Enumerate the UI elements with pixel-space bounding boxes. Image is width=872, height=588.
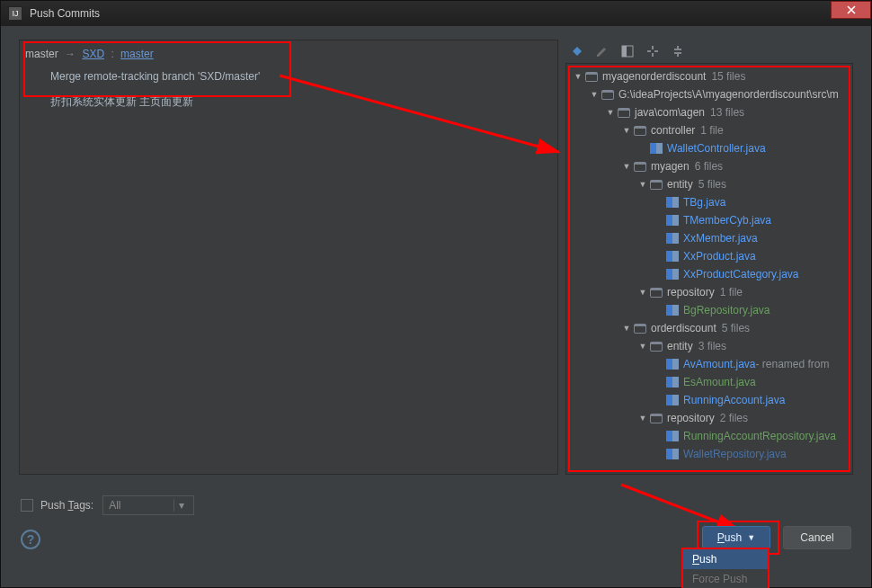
push-tags-checkbox[interactable] [21, 499, 33, 512]
tree-folder-row[interactable]: ▼repository2 files [566, 409, 852, 427]
tree-file-row[interactable]: ▶WalletController.java [566, 139, 852, 157]
twisty-icon[interactable]: ▼ [588, 90, 601, 99]
collapse-icon[interactable] [670, 43, 686, 59]
tree-file-row[interactable]: ▶TBg.java [566, 193, 852, 211]
commits-pane: master → SXD : master Merge remote-track… [19, 40, 558, 475]
push-tags-combo[interactable]: All ▾ [102, 495, 194, 515]
tree-file-row[interactable]: ▶TMemberCyb.java [566, 211, 852, 229]
tree-node-count: 13 files [710, 106, 744, 119]
tree-node-count: 5 files [698, 178, 726, 191]
twisty-icon[interactable]: ▼ [620, 162, 633, 171]
remote-branch-link[interactable]: master [120, 48, 154, 60]
tree-folder-row[interactable]: ▼orderdiscount5 files [566, 319, 852, 337]
tree-node-count: 1 file [700, 124, 723, 137]
close-button[interactable] [831, 1, 871, 19]
pin-icon[interactable] [569, 43, 585, 59]
twisty-icon[interactable]: ▼ [636, 414, 649, 423]
tree-root-row[interactable]: ▼myagenorderdiscount15 files [566, 67, 852, 85]
cancel-button-label: Cancel [800, 531, 833, 544]
tree-node-label: XxMember.java [683, 232, 758, 245]
tree-node-label: entity [667, 178, 693, 191]
commit-message-1[interactable]: Merge remote-tracking branch 'SXD/master… [23, 64, 554, 89]
expand-icon[interactable] [645, 43, 661, 59]
twisty-icon[interactable]: ▼ [620, 324, 633, 333]
local-branch: master [25, 48, 58, 60]
module-icon [584, 70, 599, 83]
push-commits-dialog: IJ Push Commits master → SXD : master Me… [0, 0, 872, 588]
twisty-icon[interactable]: ▼ [604, 108, 617, 117]
java-file-icon [665, 250, 680, 263]
java-file-icon [665, 430, 680, 442]
colon: : [111, 48, 113, 60]
tree-file-row[interactable]: ▶RunningAccountRepository.java [566, 427, 852, 445]
push-dropdown: Push Force Push [682, 548, 769, 588]
tree-folder-row[interactable]: ▼G:\ideaProjects\A\myagenorderdiscount\s… [566, 85, 852, 103]
caret-down-icon: ▼ [747, 533, 755, 542]
tree-node-label: TMemberCyb.java [683, 214, 771, 227]
remote-link[interactable]: SXD [82, 48, 104, 60]
tree-file-row[interactable]: ▶AvAmount.java - renamed from [566, 355, 852, 373]
push-tags-row: Push Tags: All ▾ [21, 495, 194, 515]
java-file-icon [665, 448, 680, 460]
twisty-icon[interactable]: ▼ [620, 126, 633, 135]
push-tags-combo-value: All [109, 499, 120, 512]
folder-icon [649, 178, 663, 191]
tree-node-label: WalletRepository.java [683, 448, 787, 460]
app-icon: IJ [8, 6, 22, 21]
tree-node-count: 15 files [711, 70, 745, 83]
tree-file-row[interactable]: ▶XxProduct.java [566, 247, 852, 265]
java-file-icon [665, 376, 680, 388]
tree-file-row[interactable]: ▶XxMember.java [566, 229, 852, 247]
folder-icon [649, 286, 663, 298]
edit-icon[interactable] [594, 43, 610, 59]
java-file-icon [665, 358, 680, 370]
java-file-icon [665, 214, 680, 227]
layout-icon[interactable] [619, 43, 636, 59]
push-menu-push[interactable]: Push [683, 549, 768, 569]
tree-node-count: 1 file [720, 286, 743, 298]
tree-node-label: java\com\agen [635, 106, 705, 119]
titlebar: IJ Push Commits [1, 1, 871, 26]
commit-message-2[interactable]: 折扣系统实体更新 主页面更新 [23, 89, 554, 114]
tree-folder-row[interactable]: ▼myagen6 files [566, 157, 852, 175]
dialog-body: master → SXD : master Merge remote-track… [1, 26, 871, 587]
folder-icon [633, 322, 647, 334]
java-file-icon [665, 196, 680, 209]
push-menu-force[interactable]: Force Push [683, 569, 768, 588]
tree-file-row[interactable]: ▶EsAmount.java [566, 373, 852, 391]
tree-file-row[interactable]: ▶BgRepository.java [566, 301, 852, 319]
twisty-icon[interactable]: ▼ [636, 180, 649, 189]
twisty-icon[interactable]: ▼ [572, 72, 584, 81]
branch-line[interactable]: master → SXD : master [23, 44, 554, 64]
push-menu-push-label: Push [692, 553, 716, 566]
push-button[interactable]: Push ▼ [702, 526, 770, 549]
tree-node-label: XxProduct.java [683, 250, 756, 263]
tree-node-label: AvAmount.java [683, 358, 756, 370]
tree-node-label: G:\ideaProjects\A\myagenorderdiscount\sr… [618, 88, 839, 101]
tree-node-label: RunningAccountRepository.java [683, 430, 836, 442]
tree-folder-row[interactable]: ▼repository1 file [566, 283, 852, 301]
tree-file-row[interactable]: ▶XxProductCategory.java [566, 265, 852, 283]
changes-tree[interactable]: ▼myagenorderdiscount15 files▼G:\ideaProj… [566, 64, 852, 467]
folder-icon [617, 106, 631, 119]
tree-folder-row[interactable]: ▼java\com\agen13 files [566, 103, 852, 121]
tree-node-label: RunningAccount.java [683, 394, 785, 406]
tree-node-label: repository [667, 286, 715, 298]
tree-folder-row[interactable]: ▼entity3 files [566, 337, 852, 355]
folder-icon [649, 340, 663, 352]
tree-folder-row[interactable]: ▼entity5 files [566, 175, 852, 193]
svg-rect-1 [622, 46, 627, 57]
tree-file-row[interactable]: ▶WalletRepository.java [566, 445, 852, 463]
java-file-icon [649, 142, 663, 155]
tree-folder-row[interactable]: ▼controller1 file [566, 121, 852, 139]
tree-node-label: myagenorderdiscount [602, 70, 706, 83]
tree-node-count: 3 files [698, 340, 726, 352]
twisty-icon[interactable]: ▼ [636, 342, 649, 351]
tree-node-label: EsAmount.java [683, 376, 756, 388]
twisty-icon[interactable]: ▼ [636, 288, 649, 297]
folder-icon [633, 124, 647, 137]
tree-file-row[interactable]: ▶RunningAccount.java [566, 391, 852, 409]
tree-node-label: BgRepository.java [683, 304, 770, 316]
help-button[interactable]: ? [21, 530, 40, 549]
cancel-button[interactable]: Cancel [783, 526, 851, 549]
